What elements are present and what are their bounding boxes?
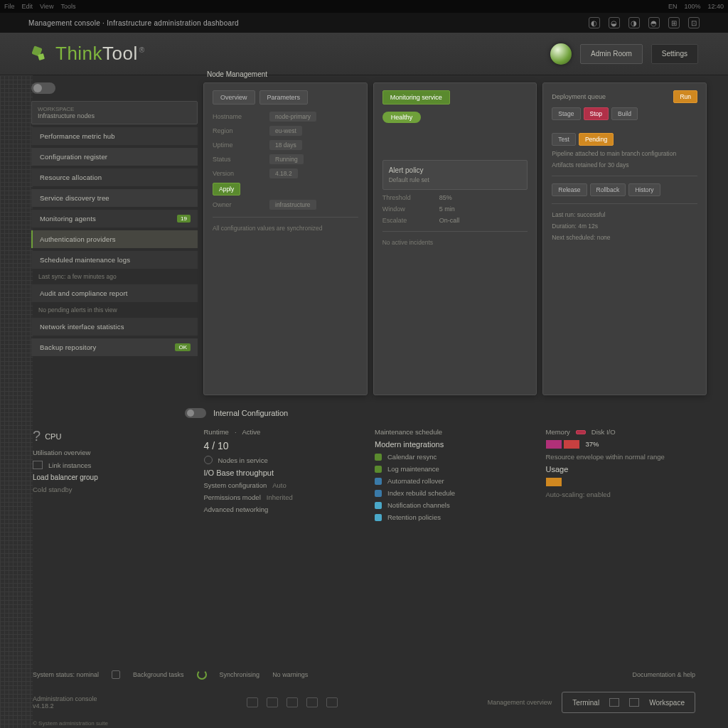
sidebar-item-discovery[interactable]: Service discovery tree: [31, 189, 198, 207]
lower-col-usage: Memory Disk I/O 37% Resource envelope wi…: [546, 428, 707, 594]
lower-col-runtime: Runtime·Active 4 / 10 Nodes in service I…: [204, 428, 365, 594]
usage-swatch: 37%: [546, 440, 707, 449]
sidebar-item-auth[interactable]: Authentication providers: [31, 230, 198, 248]
os-menu-tools[interactable]: Tools: [60, 3, 75, 10]
panel3-stat2: Duration: 4m 12s: [552, 223, 697, 230]
field-window: 5 min: [439, 205, 455, 213]
tab-overview[interactable]: Overview: [213, 90, 255, 105]
usage-heading: Usage: [546, 465, 707, 473]
field-owner: infrastructure: [269, 200, 316, 210]
sidebar-item-network[interactable]: Network interface statistics: [31, 318, 198, 336]
titlebar-icon-row: ◐ ◒ ◑ ◓ ⊞ ⊡: [589, 17, 700, 28]
sidebar-item-backup[interactable]: Backup repositoryOK: [31, 338, 198, 356]
health-pill: Healthy: [382, 112, 422, 123]
field-status: Running: [269, 154, 304, 164]
cpu-row1: Utilisation overview: [33, 449, 194, 456]
sidebar-subtext-2: No pending alerts in this view: [31, 305, 198, 315]
app-header: ThinkTool® Admin Room Settings: [0, 33, 728, 75]
tab-parameters[interactable]: Parameters: [259, 90, 309, 105]
os-menu-edit[interactable]: Edit: [22, 3, 33, 10]
sync-icon[interactable]: ◒: [609, 17, 620, 28]
rollback-chip[interactable]: Rollback: [590, 183, 626, 196]
sidebar-item-config[interactable]: Configuration register: [31, 148, 198, 166]
test-button[interactable]: Test: [552, 133, 576, 146]
field-version: 4.18.2: [269, 168, 298, 178]
window-title: Management console · Infrastructure admi…: [28, 19, 239, 27]
settings-button[interactable]: Settings: [651, 44, 698, 64]
dot-icon: [375, 466, 382, 473]
dot-icon: [375, 514, 382, 521]
alert-policy-card[interactable]: Alert policy Default rule set: [382, 160, 528, 190]
history-chip[interactable]: History: [628, 183, 660, 196]
notify-icon[interactable]: ◐: [589, 17, 600, 28]
help-link[interactable]: Documentation & help: [632, 671, 695, 678]
expand-icon[interactable]: ⊡: [688, 17, 700, 28]
io-heading: I/O Base throughput: [204, 469, 365, 477]
mini-icon-5[interactable]: [326, 697, 338, 707]
sidebar-item-monitoring[interactable]: Monitoring agents19: [31, 210, 198, 228]
lower-col-cpu: ?CPU Utilisation overview Link instances…: [33, 428, 194, 594]
grid-icon[interactable]: ⊞: [668, 17, 680, 28]
panel3-line2: Artifacts retained for 30 days: [552, 161, 697, 168]
cpu-title: CPU: [45, 432, 61, 441]
footer-version: v4.18.2: [33, 702, 97, 710]
sidebar-toggle[interactable]: [31, 82, 55, 94]
user-icon[interactable]: ◑: [628, 17, 640, 28]
copyright: © System administration suite: [33, 720, 108, 727]
mini-icon-2[interactable]: [267, 697, 278, 707]
panel-overview: Node Management Overview Parameters Host…: [203, 82, 368, 395]
dot-icon: [375, 454, 382, 461]
sidebar-item-resource[interactable]: Resource allocation: [31, 168, 198, 186]
sidebar-badge: 19: [177, 215, 191, 223]
apply-button[interactable]: Apply: [213, 183, 240, 196]
sidebar-card-sub: Infrastructure nodes: [38, 112, 191, 119]
mini-icon-4[interactable]: [306, 697, 318, 707]
footer-right-label: Management overview: [488, 699, 552, 706]
field-hostname: node-primary: [269, 112, 316, 122]
tab-monitoring-service[interactable]: Monitoring service: [382, 90, 450, 105]
panel3-line1: Pipeline attached to main branch configu…: [552, 150, 697, 157]
usage-foot: Auto-scaling: enabled: [546, 491, 707, 498]
panel-deployment: Deployment queue Run Stage Stop Build Te…: [542, 82, 707, 395]
panel3-stat1: Last run: successful: [552, 211, 697, 218]
panel-icon: [629, 698, 639, 707]
footer-title: Administration console: [33, 695, 97, 702]
sidebar-item-audit[interactable]: Audit and compliance report: [31, 284, 198, 302]
mini-icon-1[interactable]: [247, 697, 258, 707]
field-threshold: 85%: [439, 194, 452, 201]
cpu-row2[interactable]: Link instances: [48, 461, 91, 469]
sidebar-card-title: WORKSPACE: [38, 106, 191, 112]
sidebar-subtext-1: Last sync: a few minutes ago: [31, 272, 198, 282]
footer-mini-icons: [247, 697, 338, 707]
workspace-box-button[interactable]: Terminal Workspace: [562, 692, 695, 713]
divider-label: Internal Configuration: [213, 409, 288, 417]
logo-icon: [30, 46, 47, 63]
release-chip[interactable]: Release: [552, 183, 587, 196]
admin-room-button[interactable]: Admin Room: [580, 44, 643, 64]
help-icon[interactable]: ?: [33, 428, 41, 444]
section-toggle[interactable]: [185, 408, 206, 418]
dot-icon: [375, 478, 382, 485]
settings-icon[interactable]: ◓: [648, 17, 660, 28]
os-menu-file[interactable]: File: [4, 3, 15, 10]
status-orb-icon: [550, 43, 572, 65]
build-button[interactable]: Build: [611, 107, 638, 120]
field-uptime: 18 days: [269, 140, 302, 150]
panel1-foot: All configuration values are synchronize…: [213, 225, 358, 232]
panel-monitoring: Monitoring service Healthy Alert policy …: [373, 82, 537, 395]
sidebar: WORKSPACE Infrastructure nodes Performan…: [13, 82, 198, 395]
stop-button[interactable]: Stop: [584, 107, 609, 120]
stage-button[interactable]: Stage: [552, 107, 580, 120]
os-menubar: File Edit View Tools EN 100% 12:40: [0, 0, 728, 13]
run-button[interactable]: Run: [673, 90, 697, 103]
section-divider: Internal Configuration: [0, 402, 728, 422]
sidebar-item-performance[interactable]: Performance metric hub: [31, 127, 198, 145]
field-region: eu-west: [269, 126, 302, 136]
mini-icon-3[interactable]: [287, 697, 298, 707]
panel3-stat3: Next scheduled: none: [552, 234, 697, 241]
panel2-foot: No active incidents: [382, 239, 528, 246]
status-footbar: System status: nominal Background tasks …: [0, 664, 728, 685]
os-menu-view[interactable]: View: [40, 3, 53, 10]
dot-icon: [375, 490, 382, 497]
sidebar-item-maintenance[interactable]: Scheduled maintenance logs: [31, 251, 198, 269]
